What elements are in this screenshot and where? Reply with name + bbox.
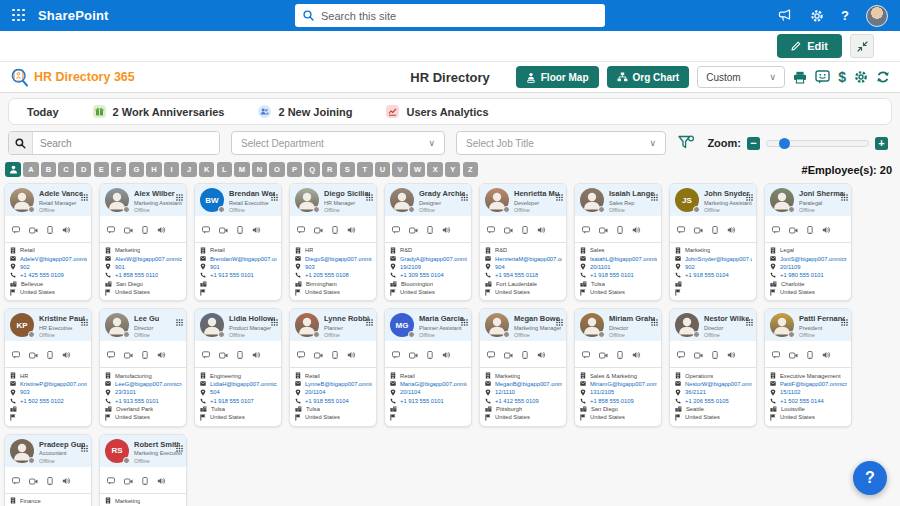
speaker-icon[interactable] — [537, 220, 546, 238]
zoom-out-button[interactable]: − — [747, 137, 760, 150]
mobile-icon[interactable] — [142, 471, 148, 489]
chat-icon[interactable] — [12, 220, 20, 238]
speaker-icon[interactable] — [157, 345, 166, 363]
mobile-icon[interactable] — [237, 345, 243, 363]
exit-fullscreen-button[interactable] — [850, 34, 874, 58]
card-more-grid-icon[interactable] — [651, 312, 658, 330]
office-link[interactable]: 20/1101 — [590, 264, 611, 270]
tab-today[interactable]: Today — [27, 106, 59, 118]
card-more-grid-icon[interactable] — [81, 187, 88, 205]
search-icon[interactable] — [9, 132, 33, 154]
office-link[interactable]: 504 — [210, 389, 220, 395]
video-call-icon[interactable] — [219, 220, 228, 238]
card-more-grid-icon[interactable] — [81, 312, 88, 330]
tab-new-joining[interactable]: 2 New Joining — [258, 105, 352, 118]
view-selector-dropdown[interactable]: Custom ∨ — [697, 66, 785, 88]
mobile-icon[interactable] — [142, 220, 148, 238]
mobile-icon[interactable] — [237, 220, 243, 238]
mobile-icon[interactable] — [712, 345, 718, 363]
alphabet-button-O[interactable]: O — [269, 162, 284, 177]
card-more-grid-icon[interactable] — [271, 312, 278, 330]
office-link[interactable]: 19/2109 — [400, 264, 421, 270]
office-link[interactable]: 902 — [685, 264, 695, 270]
chat-icon[interactable] — [772, 220, 780, 238]
speaker-icon[interactable] — [157, 220, 166, 238]
phone-link[interactable]: +1 918 555 0104 — [685, 272, 729, 278]
office-link[interactable]: 12/1110 — [495, 389, 515, 395]
employee-card[interactable]: Patti Fernandez President Offline Execut… — [764, 308, 852, 426]
phone-link[interactable]: +1 913 555 0101 — [210, 272, 254, 278]
mobile-icon[interactable] — [807, 220, 813, 238]
alphabet-button-H[interactable]: H — [146, 162, 161, 177]
video-call-icon[interactable] — [29, 220, 38, 238]
email-link[interactable]: GradyA@bigapp007.onmicros... — [400, 256, 467, 262]
phone-link[interactable]: +1 913 555 0101 — [400, 398, 444, 404]
mobile-icon[interactable] — [522, 345, 528, 363]
card-more-grid-icon[interactable] — [176, 312, 183, 330]
alphabet-button-M[interactable]: M — [234, 162, 249, 177]
chat-icon[interactable] — [202, 345, 210, 363]
email-link[interactable]: LeeG@bigapp007.onmicrosof... — [115, 381, 182, 387]
help-icon[interactable]: ? — [841, 8, 849, 23]
refresh-icon[interactable] — [876, 70, 890, 84]
alphabet-button-R[interactable]: R — [322, 162, 337, 177]
speaker-icon[interactable] — [727, 345, 736, 363]
speaker-icon[interactable] — [822, 345, 831, 363]
mobile-icon[interactable] — [332, 345, 338, 363]
email-link[interactable]: AlexW@bigapp007.onmicros... — [115, 256, 182, 262]
alphabet-button-U[interactable]: U — [375, 162, 390, 177]
email-link[interactable]: MeganB@bigapp007.onmicro... — [495, 381, 562, 387]
chat-icon[interactable] — [582, 345, 590, 363]
mobile-icon[interactable] — [47, 220, 53, 238]
alphabet-button-K[interactable]: K — [199, 162, 214, 177]
employee-card[interactable]: MG Maria Garcia Planner Assistant Offlin… — [384, 308, 472, 426]
office-link[interactable]: 901 — [210, 264, 220, 270]
employee-card[interactable]: Henrietta Mu... Developer Offline R&D He… — [479, 183, 567, 301]
card-more-grid-icon[interactable] — [556, 312, 563, 330]
phone-link[interactable]: +1 918 555 0104 — [305, 398, 349, 404]
office-link[interactable]: 903 — [305, 264, 315, 270]
alphabet-button-G[interactable]: G — [129, 162, 144, 177]
alphabet-button-C[interactable]: C — [58, 162, 73, 177]
zoom-slider-track[interactable] — [766, 140, 869, 147]
employee-card[interactable]: Lee Gu Director Offline Manufacturing Le… — [99, 308, 187, 426]
card-more-grid-icon[interactable] — [366, 312, 373, 330]
mobile-icon[interactable] — [807, 345, 813, 363]
video-call-icon[interactable] — [504, 220, 513, 238]
alphabet-button-Z[interactable]: Z — [463, 162, 478, 177]
video-call-icon[interactable] — [504, 345, 513, 363]
video-call-icon[interactable] — [29, 471, 38, 489]
print-icon[interactable] — [793, 71, 807, 84]
floor-map-button[interactable]: Floor Map — [516, 66, 599, 88]
video-call-icon[interactable] — [124, 345, 133, 363]
phone-link[interactable]: +1 412 555 0109 — [495, 398, 539, 404]
employee-card[interactable]: JS John Snyder Marketing Assistant Offli… — [669, 183, 757, 301]
video-call-icon[interactable] — [409, 345, 418, 363]
mobile-icon[interactable] — [47, 471, 53, 489]
chat-icon[interactable] — [582, 220, 590, 238]
mobile-icon[interactable] — [712, 220, 718, 238]
speaker-icon[interactable] — [252, 220, 261, 238]
card-more-grid-icon[interactable] — [746, 312, 753, 330]
chat-icon[interactable] — [487, 345, 495, 363]
email-link[interactable]: JoniS@bigapp007.onmicrosof... — [780, 256, 847, 262]
employee-card[interactable]: Diego Siciliani HR Manager Offline HR Di… — [289, 183, 377, 301]
chat-icon[interactable] — [107, 471, 115, 489]
phone-link[interactable]: +1 858 555 0109 — [590, 398, 634, 404]
email-link[interactable]: MariaG@bigapp007.onmicros... — [400, 381, 467, 387]
chat-icon[interactable] — [12, 345, 20, 363]
office-link[interactable]: 903 — [20, 389, 30, 395]
alphabet-button-D[interactable]: D — [76, 162, 91, 177]
mobile-icon[interactable] — [617, 345, 623, 363]
chat-icon[interactable] — [107, 345, 115, 363]
chat-icon[interactable] — [297, 220, 305, 238]
help-fab-button[interactable]: ? — [853, 461, 887, 495]
chat-icon[interactable] — [772, 345, 780, 363]
video-call-icon[interactable] — [409, 220, 418, 238]
phone-link[interactable]: +1 918 555 0101 — [590, 272, 634, 278]
office-link[interactable]: 901 — [115, 264, 125, 270]
chat-icon[interactable] — [392, 220, 400, 238]
email-link[interactable]: AdeleV@bigapp007.onmicros... — [20, 256, 87, 262]
video-call-icon[interactable] — [314, 220, 323, 238]
alphabet-button-J[interactable]: J — [181, 162, 196, 177]
